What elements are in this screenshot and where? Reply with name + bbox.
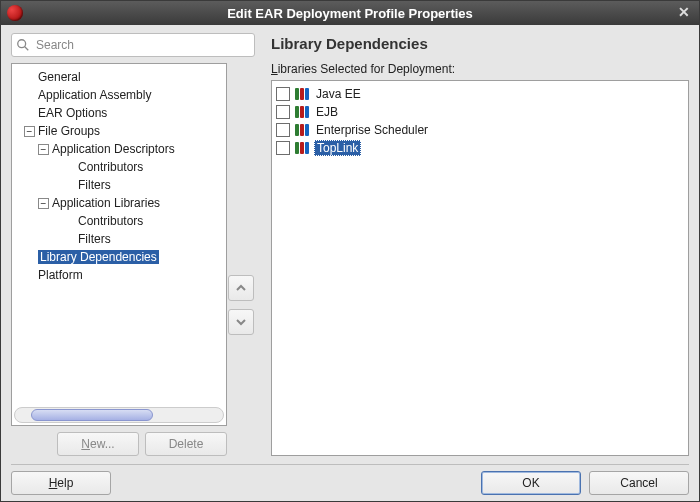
library-icon — [294, 87, 310, 101]
properties-dialog: Edit EAR Deployment Profile Properties ✕ — [0, 0, 700, 502]
tree-item-al-filters[interactable]: Filters — [16, 230, 222, 248]
chevron-up-icon — [235, 282, 247, 294]
library-checkbox[interactable] — [276, 123, 290, 137]
tree-item-al-contributors[interactable]: Contributors — [16, 212, 222, 230]
footer-separator — [11, 464, 689, 465]
scrollbar-thumb[interactable] — [31, 409, 153, 421]
page-title: Library Dependencies — [271, 33, 689, 62]
title-bar: Edit EAR Deployment Profile Properties ✕ — [1, 1, 699, 25]
reorder-column — [227, 63, 255, 456]
libraries-label: Libraries Selected for Deployment: — [271, 62, 689, 76]
library-label: TopLink — [314, 140, 361, 156]
tree-item-library-dependencies[interactable]: Library Dependencies — [16, 248, 222, 266]
left-column: General Application Assembly EAR Options… — [11, 33, 255, 456]
move-down-button[interactable] — [228, 309, 254, 335]
svg-point-0 — [18, 40, 26, 48]
library-checkbox[interactable] — [276, 105, 290, 119]
search-input[interactable] — [34, 37, 250, 53]
tree-item-file-groups[interactable]: − File Groups — [16, 122, 222, 140]
search-icon — [16, 38, 30, 52]
tree-item-ear-options[interactable]: EAR Options — [16, 104, 222, 122]
search-box[interactable] — [11, 33, 255, 57]
left-body: General Application Assembly EAR Options… — [11, 63, 255, 456]
tree-item-application-libraries[interactable]: − Application Libraries — [16, 194, 222, 212]
library-label: EJB — [314, 105, 340, 119]
tree-item-platform[interactable]: Platform — [16, 266, 222, 284]
library-row[interactable]: TopLink — [276, 139, 684, 157]
library-row[interactable]: EJB — [276, 103, 684, 121]
chevron-down-icon — [235, 316, 247, 328]
tree-item-ad-contributors[interactable]: Contributors — [16, 158, 222, 176]
library-label: Java EE — [314, 87, 363, 101]
libraries-list[interactable]: Java EEEJBEnterprise SchedulerTopLink — [271, 80, 689, 456]
main-area: General Application Assembly EAR Options… — [11, 33, 689, 456]
collapse-icon[interactable]: − — [38, 144, 49, 155]
app-icon — [7, 5, 23, 21]
library-label: Enterprise Scheduler — [314, 123, 430, 137]
tree-item-general[interactable]: General — [16, 68, 222, 86]
ok-button[interactable]: OK — [481, 471, 581, 495]
library-row[interactable]: Java EE — [276, 85, 684, 103]
library-checkbox[interactable] — [276, 141, 290, 155]
library-icon — [294, 141, 310, 155]
tree-item-application-descriptors[interactable]: − Application Descriptors — [16, 140, 222, 158]
library-checkbox[interactable] — [276, 87, 290, 101]
close-icon[interactable]: ✕ — [675, 3, 693, 21]
library-icon — [294, 123, 310, 137]
new-button[interactable]: New... — [57, 432, 139, 456]
move-up-button[interactable] — [228, 275, 254, 301]
right-column: Library Dependencies Libraries Selected … — [255, 33, 689, 456]
tree-item-ad-filters[interactable]: Filters — [16, 176, 222, 194]
svg-line-1 — [25, 47, 29, 51]
collapse-icon[interactable]: − — [24, 126, 35, 137]
collapse-icon[interactable]: − — [38, 198, 49, 209]
window-title: Edit EAR Deployment Profile Properties — [227, 6, 473, 21]
cancel-button[interactable]: Cancel — [589, 471, 689, 495]
library-row[interactable]: Enterprise Scheduler — [276, 121, 684, 139]
help-button[interactable]: Help — [11, 471, 111, 495]
tree-horizontal-scrollbar[interactable] — [14, 407, 224, 423]
nav-tree[interactable]: General Application Assembly EAR Options… — [11, 63, 227, 426]
tree-item-application-assembly[interactable]: Application Assembly — [16, 86, 222, 104]
delete-button[interactable]: Delete — [145, 432, 227, 456]
tree-wrap: General Application Assembly EAR Options… — [11, 63, 227, 456]
dialog-body: General Application Assembly EAR Options… — [1, 25, 699, 501]
tree-buttons: New... Delete — [11, 432, 227, 456]
library-icon — [294, 105, 310, 119]
footer: Help OK Cancel — [11, 471, 689, 495]
